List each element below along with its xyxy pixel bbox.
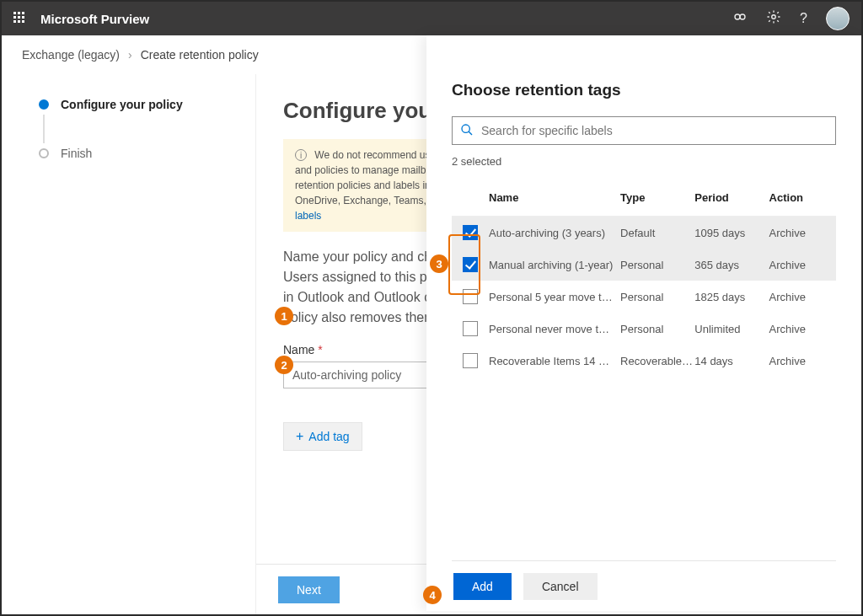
choose-tags-panel: Choose retention tags 2 selected Name Ty… <box>426 35 861 611</box>
search-input[interactable] <box>452 116 836 145</box>
checkbox[interactable] <box>463 289 478 304</box>
cell-type: Personal <box>620 291 694 303</box>
step-connector <box>43 115 45 143</box>
col-name[interactable]: Name <box>489 191 620 204</box>
add-tag-button[interactable]: + Add tag <box>283 422 362 451</box>
breadcrumb-parent[interactable]: Exchange (legacy) <box>22 48 120 62</box>
app-header: Microsoft Purview ? <box>2 2 861 35</box>
svg-point-3 <box>462 125 469 132</box>
gear-icon[interactable] <box>766 9 781 28</box>
callout-4: 4 <box>423 586 442 604</box>
panel-title: Choose retention tags <box>452 81 836 99</box>
col-type[interactable]: Type <box>620 191 694 204</box>
cell-action: Archive <box>769 355 836 367</box>
help-icon[interactable]: ? <box>800 11 807 26</box>
table-row[interactable]: Manual archiving (1-year)Personal365 day… <box>452 249 836 281</box>
checkbox[interactable] <box>463 225 478 240</box>
checkbox[interactable] <box>463 257 478 272</box>
plus-icon: + <box>296 429 303 444</box>
panel-footer: Add Cancel <box>452 560 836 611</box>
cell-action: Archive <box>769 259 836 271</box>
callout-3: 3 <box>430 254 448 273</box>
chevron-right-icon: › <box>128 48 132 62</box>
step-dot-icon <box>39 148 49 158</box>
col-action[interactable]: Action <box>769 191 836 204</box>
callout-2: 2 <box>275 356 293 374</box>
cell-type: Recoverable Items Folder <box>620 355 694 367</box>
wizard-step-finish[interactable]: Finish <box>39 147 239 160</box>
cell-period: 365 days <box>694 259 769 271</box>
cell-type: Default <box>620 227 694 239</box>
checkbox[interactable] <box>463 353 478 368</box>
cell-period: 1095 days <box>694 227 769 239</box>
col-period[interactable]: Period <box>694 191 769 204</box>
svg-line-4 <box>469 131 472 135</box>
link-icon[interactable] <box>732 9 748 28</box>
brand-title: Microsoft Purview <box>40 12 149 26</box>
cell-name: Manual archiving (1-year) <box>489 259 620 271</box>
checkbox[interactable] <box>463 321 478 336</box>
step-dot-icon <box>39 99 49 110</box>
add-tag-label: Add tag <box>308 430 349 443</box>
svg-point-2 <box>772 15 776 19</box>
cell-period: 14 days <box>694 355 769 367</box>
table-body: Auto-archiving (3 years)Default1095 days… <box>452 217 836 377</box>
search-icon <box>460 123 474 140</box>
table-header: Name Type Period Action <box>452 179 836 217</box>
table-row[interactable]: Personal 5 year move to archivePersonal1… <box>452 281 836 313</box>
svg-point-1 <box>740 14 745 19</box>
step-label: Configure your policy <box>61 98 183 111</box>
table-row[interactable]: Personal never move to archivePersonalUn… <box>452 313 836 345</box>
add-button[interactable]: Add <box>453 573 512 600</box>
table-row[interactable]: Recoverable Items 14 days move to archiv… <box>452 345 836 377</box>
app-launcher-icon[interactable] <box>13 12 27 25</box>
cell-type: Personal <box>620 323 694 335</box>
cell-action: Archive <box>769 291 836 303</box>
cell-name: Recoverable Items 14 days move to archiv… <box>489 355 620 367</box>
wizard-steps: Configure your policy Finish <box>2 74 256 614</box>
breadcrumb-current: Create retention policy <box>141 48 259 62</box>
info-icon: i <box>295 149 307 161</box>
avatar[interactable] <box>826 7 850 30</box>
wizard-step-configure[interactable]: Configure your policy <box>39 98 239 111</box>
svg-point-0 <box>735 14 740 19</box>
cell-name: Personal never move to archive <box>489 323 620 335</box>
cell-period: Unlimited <box>694 323 769 335</box>
cell-action: Archive <box>769 227 836 239</box>
cell-name: Personal 5 year move to archive <box>489 291 620 303</box>
cell-type: Personal <box>620 259 694 271</box>
callout-1: 1 <box>275 307 293 325</box>
next-button[interactable]: Next <box>278 576 340 603</box>
cell-name: Auto-archiving (3 years) <box>489 227 620 239</box>
step-label: Finish <box>61 147 92 160</box>
cell-period: 1825 days <box>694 291 769 303</box>
table-row[interactable]: Auto-archiving (3 years)Default1095 days… <box>452 217 836 249</box>
selection-count: 2 selected <box>452 155 836 168</box>
cell-action: Archive <box>769 323 836 335</box>
cancel-button[interactable]: Cancel <box>523 573 598 600</box>
